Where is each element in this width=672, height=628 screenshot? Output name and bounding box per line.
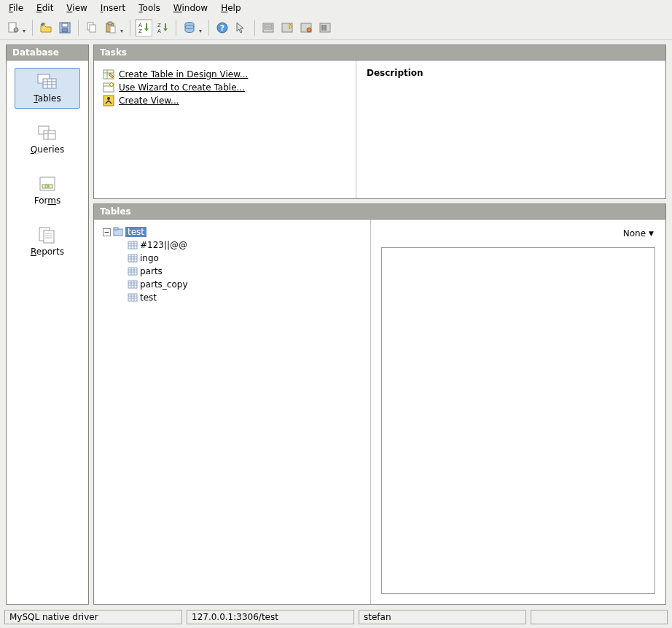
wizard-icon xyxy=(103,82,114,93)
svg-rect-3 xyxy=(62,23,68,27)
svg-rect-65 xyxy=(128,268,137,275)
database-nav-list: Tables Queries OK Forms Reports xyxy=(7,61,88,604)
svg-text:A: A xyxy=(138,23,142,28)
tree-item[interactable]: ingo xyxy=(98,252,366,265)
separator xyxy=(130,20,130,36)
table-icon xyxy=(128,266,138,276)
chevron-down-icon: ▼ xyxy=(649,230,654,237)
open-button[interactable] xyxy=(37,19,55,36)
preview-view-selector[interactable]: None ▼ xyxy=(622,225,655,241)
main-area: Database Tables Queries OK Forms xyxy=(0,40,672,608)
table-icon xyxy=(128,240,138,250)
menu-window[interactable]: Window xyxy=(168,1,214,15)
nav-tables[interactable]: Tables xyxy=(15,68,80,109)
nav-reports-label: Reports xyxy=(31,247,64,257)
right-column: Tasks Create Table in Design View... Use… xyxy=(93,44,666,605)
svg-rect-28 xyxy=(43,79,56,88)
tables-icon xyxy=(36,73,59,90)
copy-button[interactable] xyxy=(83,19,101,36)
status-connection: 127.0.0.1:3306/test xyxy=(187,610,354,624)
nav-reports[interactable]: Reports xyxy=(15,221,80,262)
form-button[interactable] xyxy=(259,19,277,36)
database-panel-header: Database xyxy=(7,45,88,61)
report-button[interactable] xyxy=(297,19,315,36)
sort-desc-button[interactable]: ZA xyxy=(154,19,171,36)
tree-item[interactable]: parts xyxy=(98,265,366,278)
menu-view[interactable]: View xyxy=(60,1,93,15)
new-doc-button[interactable] xyxy=(4,19,22,36)
forms-icon: OK xyxy=(36,175,59,193)
tree-item-label: test xyxy=(140,292,157,303)
menu-help[interactable]: Help xyxy=(215,1,246,15)
design-view-icon xyxy=(103,69,114,80)
svg-point-50 xyxy=(111,84,112,85)
svg-rect-34 xyxy=(44,131,55,139)
table-icon xyxy=(128,292,138,303)
svg-rect-70 xyxy=(128,281,137,288)
svg-rect-26 xyxy=(324,25,327,31)
tasks-panel-header: Tasks xyxy=(94,45,665,61)
toolbar: AZ ZA ? xyxy=(0,16,672,40)
task-use-wizard[interactable]: Use Wizard to Create Table... xyxy=(103,81,347,94)
menu-insert[interactable]: Insert xyxy=(95,1,131,15)
tables-preview-area: None ▼ xyxy=(371,220,665,604)
database-button[interactable] xyxy=(181,19,198,36)
tree-item[interactable]: #123||@@ xyxy=(98,239,366,252)
tree-item-label: #123||@@ xyxy=(140,240,187,250)
tree-item[interactable]: test xyxy=(98,291,366,304)
help-pointer-button[interactable] xyxy=(233,19,250,36)
task-create-view[interactable]: Create View... xyxy=(103,94,347,107)
nav-forms-label: Forms xyxy=(34,195,61,206)
description-header: Description xyxy=(367,68,655,78)
svg-point-23 xyxy=(307,28,311,32)
menu-edit[interactable]: Edit xyxy=(31,1,59,15)
separator xyxy=(208,20,209,36)
tasks-list: Create Table in Design View... Use Wizar… xyxy=(94,61,356,198)
menu-file[interactable]: File xyxy=(3,1,29,15)
tasks-panel: Tasks Create Table in Design View... Use… xyxy=(93,44,666,199)
svg-point-52 xyxy=(107,97,110,100)
menu-tools[interactable]: Tools xyxy=(133,1,166,15)
tables-list-panel: Tables − test #123||@@ xyxy=(93,203,666,605)
separator xyxy=(176,20,176,36)
nav-forms[interactable]: OK Forms xyxy=(15,170,80,211)
help-button[interactable]: ? xyxy=(214,19,231,36)
tree-item-label: parts_copy xyxy=(140,279,188,290)
tasks-description: Description xyxy=(356,61,665,198)
separator xyxy=(78,20,79,36)
svg-text:?: ? xyxy=(220,23,224,33)
tasks-body: Create Table in Design View... Use Wizar… xyxy=(94,61,665,198)
nav-queries[interactable]: Queries xyxy=(15,119,80,160)
report-wizard-button[interactable] xyxy=(316,19,334,36)
tables-body: − test #123||@@ ingo xyxy=(94,220,665,604)
tree-item-label: ingo xyxy=(140,253,159,263)
svg-text:Z: Z xyxy=(157,23,161,28)
task-create-design-view[interactable]: Create Table in Design View... xyxy=(103,68,347,81)
svg-text:Z: Z xyxy=(138,28,142,34)
status-driver: MySQL native driver xyxy=(4,610,182,624)
table-icon xyxy=(128,279,138,290)
paste-button[interactable] xyxy=(102,19,120,36)
status-user: stefan xyxy=(359,610,526,624)
svg-rect-8 xyxy=(108,22,112,25)
save-button[interactable] xyxy=(56,19,74,36)
svg-rect-41 xyxy=(44,230,54,243)
database-panel: Database Tables Queries OK Forms xyxy=(6,44,89,605)
sort-asc-button[interactable]: AZ xyxy=(135,19,152,36)
svg-point-1 xyxy=(14,28,18,32)
tree-item[interactable]: parts_copy xyxy=(98,278,366,291)
nav-tables-label: Tables xyxy=(34,93,60,104)
form-wizard-button[interactable] xyxy=(278,19,296,36)
svg-rect-19 xyxy=(265,25,272,26)
svg-rect-75 xyxy=(128,294,137,301)
tree-item-label: parts xyxy=(140,266,163,276)
svg-text:OK: OK xyxy=(44,184,50,188)
database-folder-icon xyxy=(113,227,123,237)
task-create-design-label: Create Table in Design View... xyxy=(119,69,248,80)
svg-rect-54 xyxy=(114,228,118,230)
tree-root-row[interactable]: − test xyxy=(98,225,366,239)
menubar: File Edit View Insert Tools Window Help xyxy=(0,0,672,16)
svg-rect-4 xyxy=(62,28,68,32)
tree-collapse-icon[interactable]: − xyxy=(103,228,111,236)
task-create-view-label: Create View... xyxy=(119,96,179,106)
